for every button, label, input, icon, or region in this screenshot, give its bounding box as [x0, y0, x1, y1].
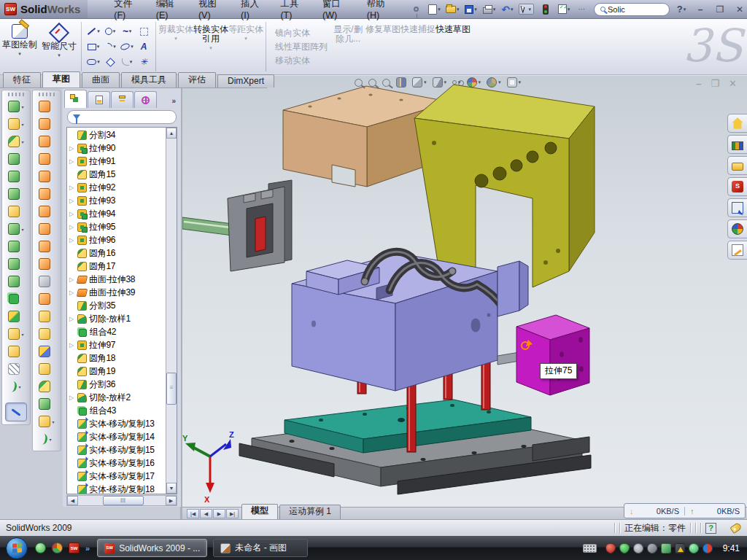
surface-tool-button[interactable]: ▾ [39, 273, 54, 290]
scroll-right-icon[interactable]: ▶ [166, 496, 177, 505]
panel-tabs-overflow-icon[interactable]: » [171, 97, 179, 108]
sketch-fillet-icon[interactable] [119, 55, 135, 69]
tree-item[interactable]: ▷ 圆角19 [67, 365, 166, 378]
tray-icon[interactable] [633, 543, 643, 553]
tree-item[interactable]: ▷ 组合43 [67, 404, 166, 417]
feature-tool-button[interactable]: ▾ [8, 343, 23, 360]
tree-item[interactable]: ▷ 拉伸90 [67, 141, 166, 155]
feature-tool-button[interactable]: ▾ [8, 255, 23, 273]
last-tab-icon[interactable]: ▶| [226, 509, 239, 518]
toolbar-button[interactable]: 线性草图阵列 [271, 41, 328, 52]
view-tool-button[interactable]: ▾ [382, 79, 390, 87]
toolbar-grip[interactable] [39, 93, 55, 96]
line-icon[interactable] [85, 24, 101, 39]
close-icon[interactable]: ✕ [732, 4, 747, 15]
task-pane-tab[interactable] [727, 114, 747, 133]
toolbar-button[interactable]: 快速捕捉 [400, 19, 436, 74]
next-tab-icon[interactable]: ▶ [213, 509, 225, 518]
tree-vertical-scrollbar[interactable]: ▲ ≡ ▼ [166, 128, 177, 494]
surface-tool-button[interactable]: ▾ [39, 343, 54, 360]
surface-tool-button[interactable]: ▾ [39, 290, 54, 308]
tree-item[interactable]: ▷ 分割36 [67, 378, 166, 391]
save-button[interactable] [464, 3, 477, 16]
tree-item[interactable]: ▷ 实体-移动/复制13 [67, 417, 166, 430]
tree-item[interactable]: ▷ 拉伸93 [67, 194, 166, 207]
restore-icon[interactable]: ❐ [713, 4, 727, 15]
feature-tool-button[interactable]: ▾ [8, 185, 23, 203]
toolbar-button[interactable]: 显示/删除几... [330, 19, 365, 74]
feature-tool-button[interactable]: ▾ [8, 150, 23, 168]
tree-item[interactable]: ▷ 拉伸94 [67, 207, 166, 220]
view-tool-button[interactable]: ▾ [507, 77, 522, 88]
view-tool-button[interactable]: ▾ [355, 79, 363, 87]
expand-arrow-icon[interactable]: ▷ [69, 211, 75, 217]
polygon-icon[interactable] [102, 55, 118, 69]
tree-item[interactable]: ▷ 切除-放样1 [67, 312, 166, 325]
part-olive-yoke[interactable] [414, 85, 595, 287]
tree-item[interactable]: ▷ 曲面-拉伸38 [67, 273, 166, 286]
tree-item[interactable]: ▷ 切除-放样2 [67, 391, 166, 404]
design-checker-button[interactable] [557, 3, 570, 16]
toolbar-button[interactable]: 修复草图 [365, 19, 400, 74]
document-tab[interactable]: 运动算例 1 [279, 505, 341, 519]
tree-item[interactable]: ▷ 拉伸91 [67, 155, 166, 168]
task-pane-tab[interactable] [727, 177, 747, 196]
tree-item[interactable]: ▷ 圆角16 [67, 246, 166, 260]
quick-tips-icon[interactable]: ? [705, 523, 716, 534]
tree-item[interactable]: ▷ 圆角15 [67, 168, 166, 181]
surface-tool-button[interactable]: ▾ [39, 168, 54, 185]
tray-icon[interactable] [689, 543, 699, 553]
tag-icon[interactable] [729, 522, 742, 534]
toolbar-button[interactable]: 快速草图 [436, 19, 471, 74]
tree-item[interactable]: ▷ 分割34 [67, 128, 166, 141]
feature-tool-button[interactable]: ▾ [8, 168, 23, 185]
expand-arrow-icon[interactable]: ▷ [69, 342, 75, 349]
feature-tool-button[interactable]: ▾ [8, 273, 23, 290]
feature-tool-button[interactable]: ▾ [8, 115, 23, 133]
quick-launch-app-icon[interactable] [52, 542, 63, 553]
surface-tool-button[interactable]: ▾ [39, 150, 54, 168]
toolbar-button[interactable]: 移动实体 [271, 55, 328, 66]
part-gray-clamp[interactable] [228, 180, 292, 271]
input-method-icon[interactable] [583, 544, 597, 553]
tree-item[interactable]: ▷ 实体-移动/复制14 [67, 430, 166, 443]
scroll-down-icon[interactable]: ▼ [166, 483, 177, 494]
surface-tool-button[interactable]: ▾ [39, 115, 54, 133]
surface-tool-button[interactable]: ▾ [39, 325, 54, 343]
view-tool-button[interactable]: ▾ [396, 77, 406, 88]
command-tab[interactable]: 评估 [178, 72, 216, 88]
surface-tool-button[interactable]: ▾ [39, 308, 54, 325]
tree-item[interactable]: ▷ 拉伸92 [67, 181, 166, 194]
overflow-icon[interactable]: ⋯ [576, 3, 589, 16]
quick-launch-overflow-icon[interactable]: » [85, 544, 90, 553]
surface-tool-button[interactable]: ▾ [42, 430, 51, 448]
first-tab-icon[interactable]: |◀ [187, 509, 199, 518]
tree-item[interactable]: ▷ 组合42 [67, 325, 166, 338]
tree-item[interactable]: ▷ 拉伸95 [67, 220, 166, 233]
surface-tool-button[interactable]: ▾ [39, 203, 54, 220]
feature-tool-button[interactable]: ▾ [8, 203, 23, 220]
property-manager-tab[interactable] [88, 91, 110, 108]
tray-icon[interactable] [605, 543, 616, 553]
toolbar-button[interactable]: 等距实体▾ [228, 19, 263, 74]
text-icon[interactable]: A [136, 39, 152, 54]
menu-item[interactable]: 窗口(W) [322, 0, 348, 20]
spline-icon[interactable]: ~ [119, 24, 135, 39]
command-tab[interactable]: DimXpert [217, 74, 274, 88]
surface-tool-button[interactable]: ▾ [39, 185, 54, 203]
surface-tool-button[interactable]: ▾ [39, 413, 54, 430]
menu-item[interactable]: 工具(T) [280, 0, 303, 20]
messenger-icon[interactable] [35, 542, 46, 553]
view-tool-button[interactable]: ▾ [467, 77, 481, 88]
tree-item[interactable]: ▷ 分割35 [67, 299, 166, 312]
toolbar-grip[interactable] [8, 93, 24, 96]
command-tab[interactable]: 特征 [3, 72, 41, 88]
tree-item[interactable]: ▷ 圆角18 [67, 351, 166, 365]
expand-arrow-icon[interactable]: ▷ [69, 184, 75, 191]
tray-icon[interactable] [675, 543, 685, 553]
surface-tool-button[interactable]: ▾ [39, 133, 54, 150]
tree-item[interactable]: ▷ 实体-移动/复制15 [67, 443, 166, 456]
tray-icon[interactable] [703, 543, 713, 553]
feature-tool-button[interactable]: ▾ [9, 290, 23, 308]
expand-arrow-icon[interactable]: ▷ [69, 198, 75, 204]
